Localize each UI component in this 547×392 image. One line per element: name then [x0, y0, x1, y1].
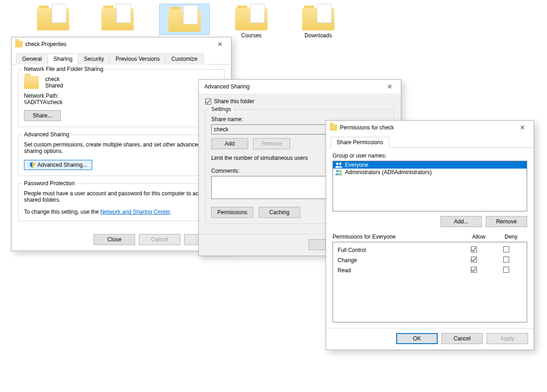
remove-user-button[interactable]: Remove — [486, 216, 527, 227]
folder-icon — [330, 124, 337, 131]
users-icon — [335, 169, 343, 176]
password-text-2: To change this setting, use the Network … — [24, 209, 219, 215]
titlebar[interactable]: Advanced Sharing ✕ — [199, 80, 401, 94]
advanced-sharing-group: Advanced Sharing Set custom permissions,… — [18, 135, 225, 176]
user-list[interactable]: Everyone Administrators (ADI\Administrat… — [333, 161, 527, 211]
tab-sharing[interactable]: Sharing — [48, 53, 78, 64]
permissions-for-label: Permissions for Everyone — [333, 234, 463, 240]
remove-button[interactable]: Remove — [253, 138, 290, 149]
deny-checkbox[interactable] — [503, 257, 509, 263]
network-path: \\ADITYA\check — [24, 99, 219, 105]
advanced-sharing-button[interactable]: Advanced Sharing... — [24, 160, 92, 170]
apply-button[interactable]: Apply — [487, 333, 528, 344]
folder-item[interactable]: Courses — [226, 4, 277, 39]
caching-button[interactable]: Caching — [259, 207, 300, 218]
shield-icon — [29, 162, 36, 168]
folder-icon — [235, 4, 268, 30]
folder-name: check — [45, 76, 63, 82]
folder-item[interactable] — [92, 4, 143, 32]
window-title: Advanced Sharing — [202, 83, 381, 90]
folder-icon — [24, 76, 39, 89]
folder-label: Courses — [226, 32, 277, 39]
close-icon[interactable]: ✕ — [381, 82, 398, 92]
group-user-names-label: Group or user names: — [333, 152, 527, 159]
cancel-button[interactable]: Cancel — [139, 234, 180, 245]
add-user-button[interactable]: Add... — [440, 216, 482, 227]
tab-security[interactable]: Security — [78, 53, 110, 64]
permissions-dialog: Permissions for check ✕ Share Permission… — [326, 120, 534, 350]
ok-button[interactable]: OK — [396, 333, 438, 344]
window-title: Permissions for check — [340, 124, 514, 131]
folder-icon — [168, 5, 201, 32]
folder-item[interactable]: Downloads — [293, 4, 344, 39]
window-title: check Properties — [25, 41, 212, 47]
tabs: General Sharing Security Previous Versio… — [12, 51, 231, 64]
add-button[interactable]: Add — [211, 138, 248, 149]
user-name: Everyone — [345, 162, 369, 168]
permission-row: Change — [338, 255, 522, 265]
network-sharing-center-link[interactable]: Network and Sharing Center — [100, 209, 170, 215]
folder-icon — [37, 4, 69, 30]
titlebar[interactable]: Permissions for check ✕ — [326, 121, 534, 135]
allow-checkbox[interactable] — [471, 267, 477, 273]
permissions-grid: Full Control Change Read — [333, 242, 527, 322]
advanced-sharing-text: Set custom permissions, create multiple … — [24, 141, 219, 154]
close-button[interactable]: Close — [94, 234, 135, 245]
permission-row: Full Control — [338, 245, 522, 255]
folder-icon — [101, 4, 134, 30]
svg-point-1 — [339, 163, 341, 165]
tabs: Share Permissions — [326, 135, 534, 148]
close-icon[interactable]: ✕ — [514, 123, 531, 133]
permission-label: Read — [338, 267, 458, 274]
share-folder-checkbox[interactable]: Share this folder — [205, 98, 394, 105]
group-legend: Network File and Folder Sharing — [22, 66, 105, 72]
folder-icon — [302, 4, 334, 30]
network-sharing-group: Network File and Folder Sharing check Sh… — [18, 69, 225, 127]
deny-checkbox[interactable] — [503, 267, 509, 273]
permission-label: Change — [338, 257, 458, 263]
list-item[interactable]: Administrators (ADI\Administrators) — [333, 169, 527, 176]
password-protection-group: Password Protection People must have a u… — [18, 183, 225, 221]
folder-label: Downloads — [293, 32, 344, 39]
permissions-button[interactable]: Permissions — [211, 207, 253, 218]
users-icon — [335, 162, 343, 168]
close-icon[interactable]: ✕ — [212, 39, 228, 49]
folder-item-selected[interactable] — [159, 4, 210, 35]
tab-previous-versions[interactable]: Previous Versions — [109, 53, 166, 64]
group-legend: Password Protection — [22, 180, 77, 187]
list-item[interactable]: Everyone — [333, 161, 527, 169]
allow-header: Allow — [463, 234, 495, 240]
share-button[interactable]: Share... — [24, 110, 61, 121]
allow-checkbox[interactable] — [471, 257, 477, 263]
cancel-button[interactable]: Cancel — [441, 333, 483, 344]
folder-icon — [15, 41, 23, 47]
deny-header: Deny — [495, 234, 527, 240]
network-path-label: Network Path: — [24, 93, 219, 99]
deny-checkbox[interactable] — [503, 246, 509, 252]
group-legend: Advanced Sharing — [22, 131, 71, 138]
permission-label: Full Control — [338, 247, 458, 253]
titlebar[interactable]: check Properties ✕ — [12, 37, 231, 51]
tab-share-permissions[interactable]: Share Permissions — [331, 137, 389, 148]
user-name: Administrators (ADI\Administrators) — [345, 169, 432, 176]
advanced-sharing-button-label: Advanced Sharing... — [37, 162, 87, 168]
permission-row: Read — [338, 265, 522, 275]
svg-point-0 — [336, 163, 339, 165]
svg-point-2 — [336, 170, 339, 172]
svg-point-3 — [339, 170, 341, 172]
folder-item[interactable] — [28, 4, 78, 32]
tab-general[interactable]: General — [16, 53, 48, 64]
allow-checkbox[interactable] — [471, 246, 477, 252]
checkbox-icon — [205, 99, 211, 105]
tab-customize[interactable]: Customize — [165, 53, 203, 64]
group-legend: Settings — [209, 106, 233, 112]
share-status: Shared — [45, 82, 63, 89]
share-folder-label: Share this folder — [214, 98, 254, 105]
password-text: People must have a user account and pass… — [24, 190, 219, 203]
